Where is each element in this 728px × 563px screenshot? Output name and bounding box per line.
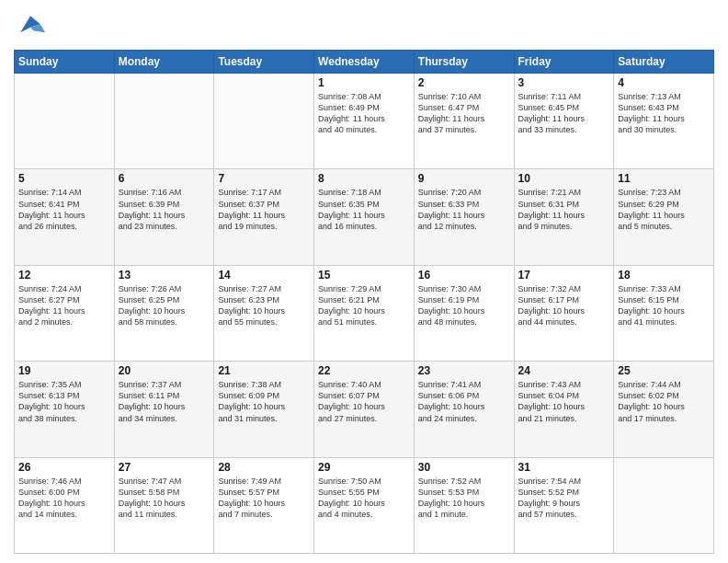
day-number: 20 bbox=[119, 364, 210, 377]
day-number: 23 bbox=[418, 364, 510, 377]
calendar-table: SundayMondayTuesdayWednesdayThursdayFrid… bbox=[14, 50, 714, 554]
day-info: Sunrise: 7:13 AM Sunset: 6:43 PM Dayligh… bbox=[618, 91, 710, 136]
day-number: 16 bbox=[418, 269, 510, 282]
day-info: Sunrise: 7:40 AM Sunset: 6:07 PM Dayligh… bbox=[318, 379, 410, 424]
day-number: 6 bbox=[119, 172, 210, 185]
day-number: 21 bbox=[218, 364, 310, 377]
day-number: 4 bbox=[618, 76, 710, 89]
day-cell: 29Sunrise: 7:50 AM Sunset: 5:55 PM Dayli… bbox=[314, 457, 415, 553]
day-info: Sunrise: 7:46 AM Sunset: 6:00 PM Dayligh… bbox=[18, 476, 110, 521]
day-info: Sunrise: 7:33 AM Sunset: 6:15 PM Dayligh… bbox=[618, 283, 710, 328]
day-info: Sunrise: 7:47 AM Sunset: 5:58 PM Dayligh… bbox=[119, 476, 210, 521]
day-number: 12 bbox=[18, 269, 110, 282]
day-cell bbox=[214, 74, 314, 169]
day-info: Sunrise: 7:37 AM Sunset: 6:11 PM Dayligh… bbox=[119, 379, 210, 424]
day-cell: 26Sunrise: 7:46 AM Sunset: 6:00 PM Dayli… bbox=[15, 457, 115, 553]
day-cell: 28Sunrise: 7:49 AM Sunset: 5:57 PM Dayli… bbox=[214, 457, 314, 553]
day-number: 7 bbox=[218, 172, 310, 185]
day-cell: 11Sunrise: 7:23 AM Sunset: 6:29 PM Dayli… bbox=[614, 169, 714, 265]
day-cell: 6Sunrise: 7:16 AM Sunset: 6:39 PM Daylig… bbox=[114, 169, 214, 265]
week-row-3: 12Sunrise: 7:24 AM Sunset: 6:27 PM Dayli… bbox=[15, 265, 714, 361]
day-info: Sunrise: 7:20 AM Sunset: 6:33 PM Dayligh… bbox=[418, 187, 510, 232]
day-number: 15 bbox=[318, 269, 410, 282]
day-cell: 23Sunrise: 7:41 AM Sunset: 6:06 PM Dayli… bbox=[414, 362, 514, 457]
day-number: 10 bbox=[518, 172, 610, 185]
day-cell: 4Sunrise: 7:13 AM Sunset: 6:43 PM Daylig… bbox=[614, 74, 714, 169]
day-number: 25 bbox=[618, 364, 710, 377]
day-info: Sunrise: 7:49 AM Sunset: 5:57 PM Dayligh… bbox=[218, 476, 310, 521]
weekday-header-saturday: Saturday bbox=[614, 51, 714, 74]
page: SundayMondayTuesdayWednesdayThursdayFrid… bbox=[0, 0, 728, 563]
weekday-header-friday: Friday bbox=[514, 51, 614, 74]
day-info: Sunrise: 7:26 AM Sunset: 6:25 PM Dayligh… bbox=[119, 283, 210, 328]
day-cell: 18Sunrise: 7:33 AM Sunset: 6:15 PM Dayli… bbox=[614, 265, 714, 361]
day-info: Sunrise: 7:16 AM Sunset: 6:39 PM Dayligh… bbox=[119, 187, 210, 232]
day-info: Sunrise: 7:52 AM Sunset: 5:53 PM Dayligh… bbox=[418, 476, 510, 521]
day-number: 27 bbox=[119, 461, 210, 474]
weekday-header-row: SundayMondayTuesdayWednesdayThursdayFrid… bbox=[15, 51, 714, 74]
weekday-header-thursday: Thursday bbox=[414, 51, 514, 74]
day-cell: 15Sunrise: 7:29 AM Sunset: 6:21 PM Dayli… bbox=[314, 265, 415, 361]
day-cell: 19Sunrise: 7:35 AM Sunset: 6:13 PM Dayli… bbox=[15, 362, 115, 457]
day-info: Sunrise: 7:38 AM Sunset: 6:09 PM Dayligh… bbox=[218, 379, 310, 424]
day-cell: 5Sunrise: 7:14 AM Sunset: 6:41 PM Daylig… bbox=[15, 169, 115, 265]
day-info: Sunrise: 7:23 AM Sunset: 6:29 PM Dayligh… bbox=[618, 187, 710, 232]
day-cell: 3Sunrise: 7:11 AM Sunset: 6:45 PM Daylig… bbox=[514, 74, 614, 169]
day-number: 18 bbox=[618, 269, 710, 282]
day-cell: 8Sunrise: 7:18 AM Sunset: 6:35 PM Daylig… bbox=[314, 169, 415, 265]
logo-icon bbox=[14, 9, 47, 42]
day-info: Sunrise: 7:30 AM Sunset: 6:19 PM Dayligh… bbox=[418, 283, 510, 328]
day-number: 19 bbox=[18, 364, 110, 377]
day-cell: 20Sunrise: 7:37 AM Sunset: 6:11 PM Dayli… bbox=[114, 362, 214, 457]
weekday-header-sunday: Sunday bbox=[15, 51, 115, 74]
day-cell: 24Sunrise: 7:43 AM Sunset: 6:04 PM Dayli… bbox=[514, 362, 614, 457]
day-cell bbox=[114, 74, 214, 169]
day-info: Sunrise: 7:44 AM Sunset: 6:02 PM Dayligh… bbox=[618, 379, 710, 424]
day-number: 26 bbox=[18, 461, 110, 474]
day-info: Sunrise: 7:43 AM Sunset: 6:04 PM Dayligh… bbox=[518, 379, 610, 424]
day-number: 30 bbox=[418, 461, 510, 474]
day-info: Sunrise: 7:18 AM Sunset: 6:35 PM Dayligh… bbox=[318, 187, 410, 232]
day-info: Sunrise: 7:35 AM Sunset: 6:13 PM Dayligh… bbox=[18, 379, 110, 424]
day-number: 9 bbox=[418, 172, 510, 185]
day-number: 28 bbox=[218, 461, 310, 474]
day-cell: 30Sunrise: 7:52 AM Sunset: 5:53 PM Dayli… bbox=[414, 457, 514, 553]
day-cell bbox=[15, 74, 115, 169]
weekday-header-monday: Monday bbox=[114, 51, 214, 74]
day-cell bbox=[614, 457, 714, 553]
day-cell: 21Sunrise: 7:38 AM Sunset: 6:09 PM Dayli… bbox=[214, 362, 314, 457]
day-cell: 25Sunrise: 7:44 AM Sunset: 6:02 PM Dayli… bbox=[614, 362, 714, 457]
weekday-header-tuesday: Tuesday bbox=[214, 51, 314, 74]
day-number: 5 bbox=[18, 172, 110, 185]
day-number: 14 bbox=[218, 269, 310, 282]
day-info: Sunrise: 7:32 AM Sunset: 6:17 PM Dayligh… bbox=[518, 283, 610, 328]
day-cell: 14Sunrise: 7:27 AM Sunset: 6:23 PM Dayli… bbox=[214, 265, 314, 361]
day-number: 22 bbox=[318, 364, 410, 377]
day-number: 8 bbox=[318, 172, 410, 185]
day-number: 1 bbox=[318, 76, 410, 89]
day-number: 29 bbox=[318, 461, 410, 474]
header bbox=[14, 9, 714, 42]
day-info: Sunrise: 7:11 AM Sunset: 6:45 PM Dayligh… bbox=[518, 91, 610, 136]
day-cell: 22Sunrise: 7:40 AM Sunset: 6:07 PM Dayli… bbox=[314, 362, 415, 457]
day-cell: 16Sunrise: 7:30 AM Sunset: 6:19 PM Dayli… bbox=[414, 265, 514, 361]
day-cell: 31Sunrise: 7:54 AM Sunset: 5:52 PM Dayli… bbox=[514, 457, 614, 553]
day-info: Sunrise: 7:27 AM Sunset: 6:23 PM Dayligh… bbox=[218, 283, 310, 328]
day-info: Sunrise: 7:41 AM Sunset: 6:06 PM Dayligh… bbox=[418, 379, 510, 424]
day-info: Sunrise: 7:54 AM Sunset: 5:52 PM Dayligh… bbox=[518, 476, 610, 521]
day-cell: 1Sunrise: 7:08 AM Sunset: 6:49 PM Daylig… bbox=[314, 74, 415, 169]
logo bbox=[14, 9, 51, 42]
day-number: 2 bbox=[418, 76, 510, 89]
week-row-5: 26Sunrise: 7:46 AM Sunset: 6:00 PM Dayli… bbox=[15, 457, 714, 553]
day-info: Sunrise: 7:14 AM Sunset: 6:41 PM Dayligh… bbox=[18, 187, 110, 232]
day-cell: 12Sunrise: 7:24 AM Sunset: 6:27 PM Dayli… bbox=[15, 265, 115, 361]
day-info: Sunrise: 7:08 AM Sunset: 6:49 PM Dayligh… bbox=[318, 91, 410, 136]
day-number: 3 bbox=[518, 76, 610, 89]
week-row-1: 1Sunrise: 7:08 AM Sunset: 6:49 PM Daylig… bbox=[15, 74, 714, 169]
day-number: 24 bbox=[518, 364, 610, 377]
day-cell: 13Sunrise: 7:26 AM Sunset: 6:25 PM Dayli… bbox=[114, 265, 214, 361]
day-info: Sunrise: 7:50 AM Sunset: 5:55 PM Dayligh… bbox=[318, 476, 410, 521]
day-info: Sunrise: 7:10 AM Sunset: 6:47 PM Dayligh… bbox=[418, 91, 510, 136]
day-number: 11 bbox=[618, 172, 710, 185]
day-info: Sunrise: 7:21 AM Sunset: 6:31 PM Dayligh… bbox=[518, 187, 610, 232]
